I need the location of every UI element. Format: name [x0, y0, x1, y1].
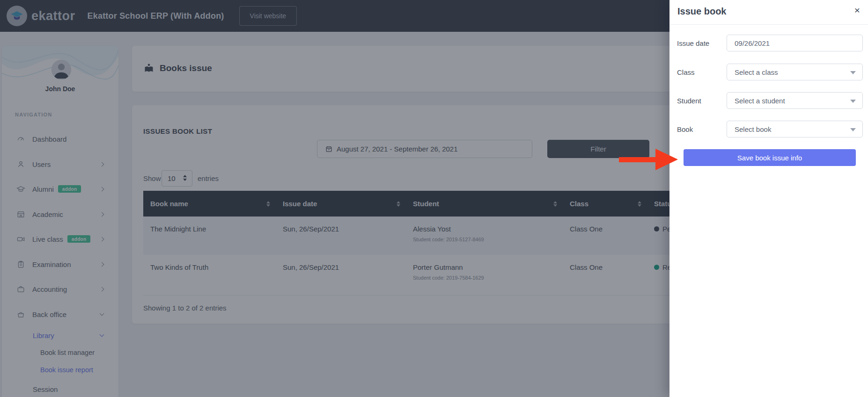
- class-select[interactable]: Select a class: [727, 64, 863, 80]
- divider: [669, 24, 868, 25]
- student-select[interactable]: Select a student: [727, 92, 863, 109]
- issue-book-panel: Issue book × Issue date 09/26/2021 Class…: [669, 0, 868, 397]
- book-select[interactable]: Select book: [727, 121, 863, 137]
- issue-date-input[interactable]: 09/26/2021: [727, 35, 863, 51]
- book-label: Book: [677, 125, 693, 133]
- arrow-tail: [619, 157, 656, 162]
- panel-title: Issue book: [677, 6, 726, 17]
- caret-down-icon: [850, 128, 856, 131]
- save-book-issue-button[interactable]: Save book issue info: [684, 149, 856, 166]
- caret-down-icon: [850, 71, 856, 74]
- ekattor-erp-screen: ekattor Ekattor School ERP (With Addon) …: [0, 0, 868, 397]
- caret-down-icon: [850, 100, 856, 103]
- class-label: Class: [677, 68, 695, 76]
- student-label: Student: [677, 97, 701, 105]
- close-icon[interactable]: ×: [854, 5, 860, 15]
- arrow-head: [655, 149, 678, 170]
- issue-date-label: Issue date: [677, 39, 709, 47]
